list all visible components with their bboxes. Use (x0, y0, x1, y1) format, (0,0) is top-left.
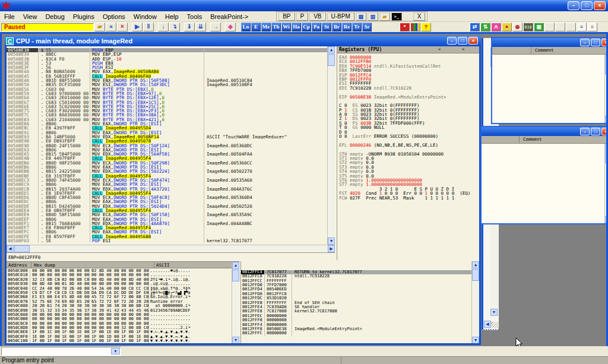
toolbar-letter-tr[interactable]: Tr (352, 23, 362, 31)
toolbar-letter-br[interactable]: Br (332, 23, 341, 31)
scroll-thumb[interactable] (472, 269, 479, 281)
dump-row[interactable]: 0050C060E1 E3 00 E4E5 8D 40 0045 72 72 6… (7, 295, 232, 299)
log-button[interactable]: ≡ (587, 23, 597, 31)
options-button[interactable]: * (400, 23, 410, 31)
stack-row[interactable]: 0012FFD48054B6ED (241, 287, 479, 292)
open-button[interactable]: ▰ (94, 23, 105, 31)
scroll-down-icon[interactable]: ▼ (328, 238, 335, 245)
help-button[interactable]: ? (421, 23, 431, 31)
dump-scrollbar[interactable]: ▲ ▼ (232, 262, 239, 343)
stack-row[interactable]: 0012FFFC00000000 (241, 331, 479, 335)
scroll-down-icon[interactable]: ▼ (605, 216, 608, 223)
register-line[interactable]: EFL 00000246 (NO,NB,E,BE,NS,PE,GE,LE) (339, 143, 479, 147)
disasm-row[interactable]: 00508EA3.8B06MOV EAX,DWORD PTR DS:[ESI] (7, 148, 327, 152)
register-line[interactable]: FCW 027F Prec NEAR,53 Mask 1 1 1 1 1 1 (339, 196, 479, 200)
disasm-row[interactable]: 00508EDC.8B06MOV EAX,DWORD PTR DS:[ESI] (7, 200, 327, 204)
disasm-row[interactable]: 00508E8C.E8 4397F8FFCALL ImageRed.004955… (7, 126, 327, 130)
disasm-row[interactable]: 00508E75.C683 F3020000 00MOV BYTE PTR DS… (7, 109, 327, 113)
scroll-up-icon[interactable]: ▲ (472, 261, 479, 268)
register-line[interactable] (339, 147, 479, 151)
register-line[interactable]: P 1 CS 001B 32bit 0(FFFFFFFF) (339, 108, 479, 112)
scroll-thumb[interactable] (605, 151, 608, 163)
pause-button[interactable]: ‖ (143, 23, 154, 31)
disasm-row[interactable]: 00508E40.B8 B0BA5000MOV EAX,ImageRed.005… (7, 69, 327, 74)
dump-row[interactable]: 0050C08020 20 61 7420 30 30 3030 30 30 3… (7, 304, 232, 308)
disasm-row[interactable]: 00508EEF.8B06MOV EAX,DWORD PTR DS:[ESI] (7, 217, 327, 221)
stack-row[interactable]: 0012FFC47C817077RETURN to kernel32.7C817… (241, 270, 479, 274)
disasm-row[interactable]: 00508EFC.8B06MOV EAX,DWORD PTR DS:[ESI] (7, 230, 327, 234)
disabled-button-3[interactable] (566, 23, 576, 31)
notepad-icon-button[interactable]: ▤ (356, 12, 366, 21)
scroll-up-icon[interactable]: ▲ (605, 144, 608, 151)
animate-into-button[interactable]: ⇓ (184, 23, 195, 31)
stack-row[interactable]: 0012FFE87C817080kernel32.7C817080 (241, 309, 479, 314)
register-line[interactable]: 3 2 1 0 E S P U O Z D I (339, 187, 479, 191)
run-button[interactable]: ▶ (132, 23, 142, 31)
stack-row[interactable]: 0012FFF000000000 (241, 318, 479, 322)
register-line[interactable]: D 0 (339, 130, 479, 134)
toolbar-letter-ln[interactable]: Ln (241, 23, 251, 31)
chevron-down-icon[interactable]: ▼ (111, 348, 120, 354)
scroll-down-icon[interactable]: ▼ (232, 337, 239, 343)
register-line[interactable]: ECX 0012FFB0 (339, 59, 479, 64)
disasm-row[interactable]: 00508E59.C683 97000000 00MOV BYTE PTR DS… (7, 91, 327, 96)
cpu-maximize-button[interactable]: □ (458, 37, 467, 45)
close-button[interactable]: × (601, 128, 608, 135)
dump-row[interactable]: 0050C0F01E 00 1F 001E 00 1F 001F 00 1D 0… (7, 335, 232, 339)
dump-row[interactable]: 0050C0E01F 00 1C 001F 00 1E 001F 00 1E 0… (7, 330, 232, 334)
disasm-row[interactable]: 00508EC3.8B0D 74F45000MOV ECX,DWORD PTR … (7, 178, 327, 182)
disasm-row[interactable]: 00508E56.C603 00MOV BYTE PTR DS:[EBX],0 (7, 87, 327, 91)
menu-item-plugins[interactable]: Plugins (69, 12, 99, 21)
register-line[interactable]: A 0 SS 0023 32bit 0(FFFFFFFF) (339, 112, 479, 116)
register-line[interactable]: EBX 7FFD7000 (339, 68, 479, 72)
register-line[interactable]: O 0 LastErr ERROR_SUCCESS (00000000) (339, 134, 479, 138)
step-into-button[interactable]: ↓ (158, 23, 169, 31)
disasm-row[interactable]: 00508EC9.8B06MOV EAX,DWORD PTR DS:[ESI] (7, 182, 327, 186)
binary-button[interactable]: 010 (523, 23, 533, 31)
scroll-up-icon[interactable]: ▲ (605, 55, 608, 62)
disasm-row[interactable]: 00508E3B.83C4 F0ADD ESP,-10 (7, 57, 327, 61)
disasm-row[interactable]: 00508E8A.8B06MOV EAX,DWORD PTR DS:[ESI] (7, 122, 327, 126)
animate-over-button[interactable]: ⇊ (195, 23, 206, 31)
cpu-minimize-button[interactable]: – (447, 37, 457, 45)
step-over-button[interactable]: ↴ (169, 23, 180, 31)
dump-row[interactable]: 0050C0B000 00 00 0000 00 00 0000 00 00 0… (7, 317, 232, 321)
register-line[interactable]: T 0 GS 0000 NULL (339, 125, 479, 129)
disasm-row[interactable]: 00508EB0.8B0D 98F25000MOV ECX,DWORD PTR … (7, 161, 327, 165)
disasm-row[interactable]: 00508F03.5EPOP ESIkernel32.7C817077 (7, 239, 327, 243)
disasm-row[interactable]: 00508EA5.8B15 584F5000MOV EDX,DWORD PTR … (7, 152, 327, 156)
disasm-row[interactable]: 00508EB6.8B06MOV EAX,DWORD PTR DS:[ESI] (7, 165, 327, 169)
register-line[interactable]: ESP 0012FFC4 (339, 73, 479, 77)
scroll-thumb[interactable] (232, 270, 239, 281)
console-icon-button[interactable]: >_ (391, 12, 402, 21)
register-line[interactable]: ST3 empty 0.0 (339, 165, 479, 169)
register-line[interactable]: Z 1 DS 0023 32bit 0(FFFFFFFF) (339, 116, 479, 121)
stack-row[interactable]: 0012FFE47C839AD8SE handler (241, 305, 479, 309)
dump-row[interactable]: 0050C00000 00 00 0000 00 00 0002 8D 40 0… (7, 269, 232, 273)
disasm-row[interactable]: 00508E98.E8 DB91F8FFCALL ImageRed.004950… (7, 139, 327, 143)
cpu-close-button[interactable]: × (468, 37, 478, 45)
plugin-button-bp[interactable]: BP (278, 12, 294, 21)
disassembly-scrollbar[interactable]: ▲ ▼ (327, 46, 335, 245)
disasm-row[interactable]: 00508E39.8BECMOV EBP,ESP (7, 52, 327, 56)
scroll-down-icon[interactable]: ▼ (490, 309, 498, 316)
plugin-close-button[interactable]: X (413, 12, 426, 21)
disasm-row[interactable]: 00508ECB.8B15 20374A00MOV EDX,DWORD PTR … (7, 187, 327, 191)
dump-row[interactable]: 0050C09030 31 32 3334 35 36 3738 39 41 4… (7, 309, 232, 313)
dump-row[interactable]: 0050C02032 13 8B C002 00 8B C000 8D 40 0… (7, 278, 232, 282)
disabled-button-2[interactable] (555, 23, 565, 31)
toolbar-letter-sr[interactable]: Sr (362, 23, 372, 31)
toolbar-letter-st[interactable]: St (322, 23, 331, 31)
register-line[interactable]: ST0 empty -UNORM B938 01050104 00000000 (339, 152, 479, 156)
disasm-row[interactable]: 00508E67.C683 C5010000 00MOV BYTE PTR DS… (7, 100, 327, 105)
stack-row[interactable]: 0012FFEC00000000 (241, 314, 479, 318)
plugin-button-u-bpm[interactable]: U-BPM (327, 12, 354, 21)
stack-row[interactable]: 0012FFCCFFFFFFFF (241, 279, 479, 283)
stack-icon-button[interactable]: ▥ (368, 12, 378, 21)
resize-grip[interactable] (491, 322, 498, 328)
disasm-row[interactable]: 00508E7C.C683 8A030000 00MOV BYTE PTR DS… (7, 113, 327, 117)
maximize-button[interactable]: □ (591, 128, 600, 135)
scroll-down-icon[interactable]: ▼ (605, 116, 608, 123)
register-line[interactable]: C 0 ES 0023 32bit 0(FFFFFFFF) (339, 103, 479, 107)
register-line[interactable]: EIP 00508E38 ImageRed.<ModuleEntryPoint> (339, 95, 479, 99)
